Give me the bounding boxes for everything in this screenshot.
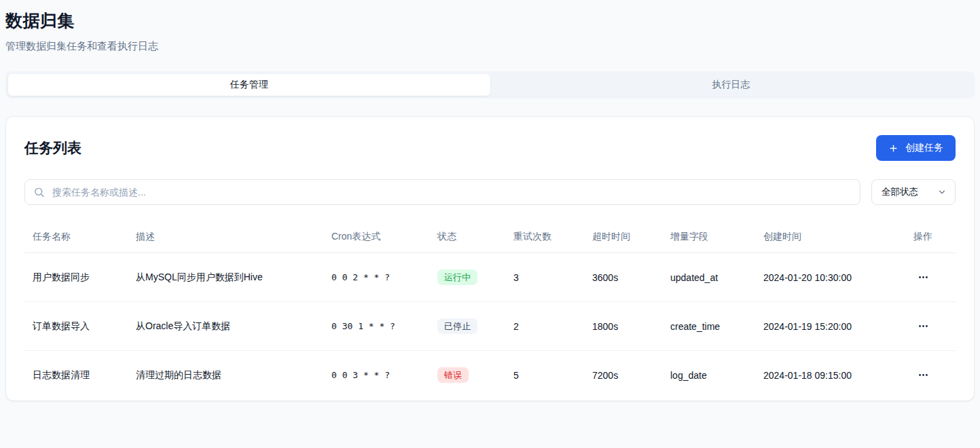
- column-header-status: 状态: [429, 217, 505, 253]
- column-header-cron: Cron表达式: [323, 217, 429, 253]
- incremental-field-cell: updated_at: [662, 253, 755, 302]
- created-at-cell: 2024-01-20 10:30:00: [755, 253, 905, 302]
- timeout-cell: 3600s: [584, 253, 662, 302]
- timeout-cell: 1800s: [584, 302, 662, 351]
- status-cell: 已停止: [429, 302, 505, 351]
- task-description-cell: 从MySQL同步用户数据到Hive: [128, 253, 323, 302]
- created-at-cell: 2024-01-18 09:15:00: [755, 351, 905, 400]
- column-header-incremental-field: 增量字段: [662, 217, 755, 253]
- page: 数据归集 管理数据归集任务和查看执行日志 任务管理 执行日志 任务列表 创建任务: [0, 0, 980, 401]
- incremental-field-cell: create_time: [662, 302, 755, 351]
- task-name-cell: 日志数据清理: [24, 351, 128, 400]
- task-name-cell: 用户数据同步: [24, 253, 128, 302]
- status-filter-value: 全部状态: [882, 186, 918, 198]
- status-badge: 运行中: [437, 269, 477, 285]
- page-subtitle: 管理数据归集任务和查看执行日志: [5, 40, 975, 53]
- status-cell: 错误: [429, 351, 505, 400]
- chevron-down-icon: [937, 187, 947, 197]
- status-badge: 已停止: [437, 318, 477, 334]
- task-table: 任务名称 描述 Cron表达式 状态 重试次数 超时时间 增量字段 创建时间 操…: [24, 217, 956, 399]
- task-list-card: 任务列表 创建任务: [5, 116, 975, 401]
- table-row: 用户数据同步 从MySQL同步用户数据到Hive 0 0 2 * * ? 运行中…: [24, 253, 956, 302]
- created-at-cell: 2024-01-19 15:20:00: [755, 302, 905, 351]
- task-name-cell: 订单数据导入: [24, 302, 128, 351]
- filter-controls: 全部状态: [24, 179, 956, 205]
- column-header-timeout: 超时时间: [584, 217, 662, 253]
- create-task-button-label: 创建任务: [905, 142, 943, 154]
- tab-bar: 任务管理 执行日志: [5, 71, 975, 98]
- more-horizontal-icon: [918, 272, 929, 283]
- task-description-cell: 清理过期的日志数据: [128, 351, 323, 400]
- actions-cell: [905, 302, 956, 351]
- cron-expression-cell: 0 0 3 * * ?: [323, 351, 429, 400]
- table-row: 订单数据导入 从Oracle导入订单数据 0 30 1 * * ? 已停止 2 …: [24, 302, 956, 351]
- table-row: 日志数据清理 清理过期的日志数据 0 0 3 * * ? 错误 5 7200s …: [24, 351, 956, 400]
- page-title: 数据归集: [5, 10, 975, 32]
- more-horizontal-icon: [918, 369, 929, 381]
- status-badge: 错误: [437, 367, 469, 383]
- retry-count-cell: 2: [505, 302, 584, 351]
- more-horizontal-icon: [918, 320, 929, 332]
- tab-task-management[interactable]: 任务管理: [8, 74, 490, 96]
- create-task-button[interactable]: 创建任务: [876, 135, 956, 161]
- timeout-cell: 7200s: [584, 351, 662, 400]
- plus-icon: [888, 143, 899, 153]
- search-input[interactable]: [24, 179, 860, 205]
- task-list-title: 任务列表: [24, 138, 81, 157]
- row-actions-button[interactable]: [913, 269, 933, 286]
- cron-expression-cell: 0 30 1 * * ?: [323, 302, 429, 351]
- actions-cell: [905, 253, 956, 302]
- column-header-description: 描述: [128, 217, 323, 253]
- status-cell: 运行中: [429, 253, 505, 302]
- status-filter-select[interactable]: 全部状态: [871, 179, 956, 205]
- task-table-header: 任务名称 描述 Cron表达式 状态 重试次数 超时时间 增量字段 创建时间 操…: [24, 217, 956, 253]
- search-icon: [33, 187, 45, 198]
- task-table-body: 用户数据同步 从MySQL同步用户数据到Hive 0 0 2 * * ? 运行中…: [24, 253, 956, 400]
- column-header-actions: 操作: [905, 217, 956, 253]
- incremental-field-cell: log_date: [662, 351, 755, 400]
- retry-count-cell: 3: [505, 253, 584, 302]
- row-actions-button[interactable]: [913, 367, 933, 384]
- card-header: 任务列表 创建任务: [24, 135, 956, 161]
- actions-cell: [905, 351, 956, 400]
- search-field-wrapper: [24, 179, 860, 205]
- cron-expression-cell: 0 0 2 * * ?: [323, 253, 429, 302]
- column-header-created-at: 创建时间: [755, 217, 905, 253]
- retry-count-cell: 5: [505, 351, 584, 400]
- row-actions-button[interactable]: [913, 318, 933, 335]
- task-description-cell: 从Oracle导入订单数据: [128, 302, 323, 351]
- column-header-name: 任务名称: [24, 217, 128, 253]
- column-header-retries: 重试次数: [505, 217, 584, 253]
- tab-execution-logs[interactable]: 执行日志: [490, 74, 973, 96]
